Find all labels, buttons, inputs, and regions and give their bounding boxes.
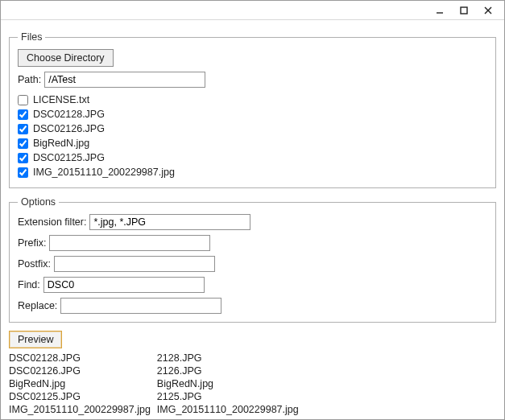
file-name: DSC02125.JPG <box>33 152 105 163</box>
minimize-button[interactable] <box>428 2 451 19</box>
preview-from: BigRedN.jpg <box>9 377 157 390</box>
titlebar <box>1 1 504 20</box>
preview-from: DSC02125.JPG <box>9 390 157 403</box>
list-item: BigRedN.jpg <box>18 136 487 150</box>
path-label: Path: <box>18 74 41 85</box>
preview-to: BigRedN.jpg <box>157 377 305 390</box>
close-button[interactable] <box>477 2 499 19</box>
find-input[interactable] <box>43 277 205 293</box>
table-row: DSC02125.JPG 2125.JPG <box>9 390 305 403</box>
table-row: DSC02126.JPG 2126.JPG <box>9 364 305 377</box>
find-label: Find: <box>18 279 40 290</box>
file-checkbox[interactable] <box>18 138 28 149</box>
file-name: DSC02128.JPG <box>33 109 105 120</box>
options-group: Options Extension filter: Prefix: Postfi… <box>9 196 496 323</box>
extension-filter-label: Extension filter: <box>18 216 86 228</box>
svg-rect-1 <box>461 7 467 14</box>
preview-button[interactable]: Preview <box>9 331 62 348</box>
file-checkbox[interactable] <box>18 124 28 134</box>
list-item: IMG_20151110_200229987.jpg <box>18 165 487 179</box>
app-window: Files Choose Directory Path: LICENSE.txt… <box>0 0 505 420</box>
options-legend: Options <box>18 196 59 208</box>
replace-input[interactable] <box>60 298 221 314</box>
files-legend: Files <box>18 31 45 43</box>
preview-to: 2125.JPG <box>157 390 305 403</box>
file-name: IMG_20151110_200229987.jpg <box>33 167 175 178</box>
list-item: LICENSE.txt <box>18 93 487 107</box>
file-checkbox[interactable] <box>18 109 28 120</box>
file-name: DSC02126.JPG <box>33 123 105 134</box>
extension-filter-input[interactable] <box>89 214 250 230</box>
list-item: DSC02126.JPG <box>18 121 487 136</box>
maximize-button[interactable] <box>453 2 475 19</box>
preview-from: DSC02126.JPG <box>9 364 157 377</box>
close-icon <box>484 6 492 14</box>
preview-to: 2128.JPG <box>157 352 305 364</box>
prefix-input[interactable] <box>49 235 210 251</box>
preview-to: IMG_20151110_200229987.jpg <box>157 403 305 416</box>
replace-label: Replace: <box>18 300 57 311</box>
preview-table: DSC02128.JPG 2128.JPG DSC02126.JPG 2126.… <box>9 352 305 416</box>
file-checkbox[interactable] <box>18 95 28 105</box>
minimize-icon <box>436 6 444 14</box>
postfix-label: Postfix: <box>18 258 51 270</box>
file-checkbox[interactable] <box>18 167 28 178</box>
file-checkbox[interactable] <box>18 153 28 163</box>
file-name: BigRedN.jpg <box>33 138 89 149</box>
preview-from: IMG_20151110_200229987.jpg <box>9 403 157 416</box>
maximize-icon <box>460 6 468 14</box>
content-area: Files Choose Directory Path: LICENSE.txt… <box>1 20 504 420</box>
preview-from: DSC02128.JPG <box>9 352 157 364</box>
file-list: LICENSE.txt DSC02128.JPG DSC02126.JPG Bi… <box>18 93 487 179</box>
file-name: LICENSE.txt <box>33 94 89 105</box>
choose-directory-button[interactable]: Choose Directory <box>18 49 114 67</box>
path-input[interactable] <box>44 72 205 88</box>
list-item: DSC02125.JPG <box>18 150 487 165</box>
files-group: Files Choose Directory Path: LICENSE.txt… <box>9 31 496 188</box>
list-item: DSC02128.JPG <box>18 107 487 121</box>
prefix-label: Prefix: <box>18 237 46 249</box>
postfix-input[interactable] <box>54 256 215 272</box>
table-row: IMG_20151110_200229987.jpg IMG_20151110_… <box>9 403 305 416</box>
table-row: BigRedN.jpg BigRedN.jpg <box>9 377 305 390</box>
preview-to: 2126.JPG <box>157 364 305 377</box>
table-row: DSC02128.JPG 2128.JPG <box>9 352 305 364</box>
